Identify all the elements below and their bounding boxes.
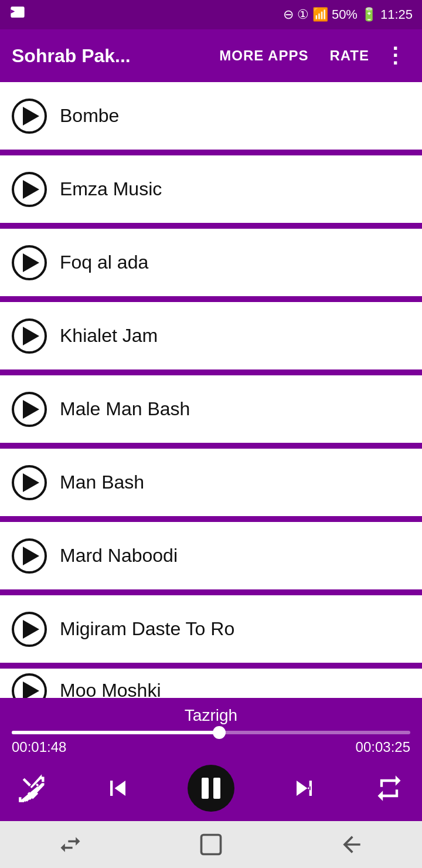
previous-button[interactable]	[103, 773, 133, 803]
status-bar: ⊖ ① 📶 50% 🔋 11:25	[0, 0, 422, 29]
song-title-5: Male Man Bash	[60, 398, 190, 420]
song-title-6: Man Bash	[60, 472, 144, 493]
play-button-4[interactable]	[12, 318, 47, 354]
play-triangle-icon	[23, 107, 39, 126]
song-title-1: Bombe	[60, 105, 119, 127]
divider	[0, 369, 422, 375]
song-list: Bombe Emza Music Foq al ada Khialet Jam …	[0, 82, 422, 713]
time-row: 00:01:48 00:03:25	[12, 739, 410, 755]
divider	[0, 589, 422, 595]
app-bar: Sohrab Pak... MORE APPS RATE ⋮	[0, 29, 422, 82]
divider	[0, 223, 422, 229]
divider	[0, 150, 422, 155]
svg-rect-2	[202, 835, 221, 855]
app-title: Sohrab Pak...	[12, 45, 209, 67]
list-item[interactable]: Khialet Jam	[0, 302, 422, 369]
list-item[interactable]: Emza Music	[0, 155, 422, 223]
song-title-4: Khialet Jam	[60, 325, 158, 347]
rate-button[interactable]: RATE	[319, 48, 380, 64]
divider	[0, 516, 422, 522]
play-triangle-icon	[23, 681, 39, 700]
play-button-6[interactable]	[12, 465, 47, 500]
nav-back-button[interactable]	[339, 832, 365, 857]
play-button-5[interactable]	[12, 392, 47, 427]
list-item[interactable]: Migiram Daste To Ro	[0, 595, 422, 663]
song-title-8: Migiram Daste To Ro	[60, 618, 234, 640]
divider	[0, 443, 422, 449]
pause-icon	[202, 778, 220, 799]
play-button-7[interactable]	[12, 538, 47, 574]
list-item[interactable]: Mard Naboodi	[0, 522, 422, 589]
song-title-3: Foq al ada	[60, 252, 148, 273]
list-item[interactable]: Bombe	[0, 82, 422, 150]
player-bar: Tazrigh 00:01:48 00:03:25	[0, 698, 422, 821]
shuffle-button[interactable]	[18, 773, 48, 803]
play-button-1[interactable]	[12, 99, 47, 134]
current-time: 00:01:48	[12, 739, 66, 755]
play-triangle-icon	[23, 620, 39, 639]
divider	[0, 296, 422, 302]
list-item[interactable]: Foq al ada	[0, 229, 422, 296]
status-icons: ⊖ ① 📶 50% 🔋 11:25	[283, 7, 413, 22]
play-triangle-icon	[23, 180, 39, 199]
song-title-2: Emza Music	[60, 178, 162, 200]
list-item[interactable]: Male Man Bash	[0, 375, 422, 443]
song-title-7: Mard Naboodi	[60, 545, 178, 567]
play-triangle-icon	[23, 327, 39, 345]
play-button-3[interactable]	[12, 245, 47, 280]
pause-bar-right	[213, 778, 220, 799]
list-item[interactable]: Man Bash	[0, 449, 422, 516]
play-triangle-icon	[23, 473, 39, 492]
clock: 11:25	[380, 7, 413, 22]
progress-bar[interactable]	[12, 731, 410, 734]
next-button[interactable]	[289, 773, 319, 803]
nav-home-button[interactable]	[198, 832, 224, 857]
controls-row	[12, 765, 410, 812]
notification-count: ①	[297, 7, 309, 22]
progress-fill	[12, 731, 219, 734]
overflow-menu-button[interactable]: ⋮	[380, 43, 410, 68]
signal-icon: 📶	[312, 7, 328, 22]
dnd-icon: ⊖	[283, 7, 294, 22]
status-bar-icon	[9, 5, 26, 24]
now-playing-title: Tazrigh	[12, 706, 410, 725]
battery-label: 50%	[332, 7, 358, 22]
battery-icon: 🔋	[361, 7, 377, 22]
divider	[0, 663, 422, 669]
play-triangle-icon	[23, 253, 39, 272]
pause-bar-left	[202, 778, 209, 799]
play-button-8[interactable]	[12, 612, 47, 647]
play-triangle-icon	[23, 400, 39, 419]
repeat-button[interactable]	[374, 773, 404, 803]
progress-thumb[interactable]	[213, 726, 226, 739]
play-button-2[interactable]	[12, 172, 47, 207]
total-time: 00:03:25	[356, 739, 410, 755]
play-triangle-icon	[23, 547, 39, 565]
nav-back-forward-button[interactable]	[57, 832, 83, 857]
more-apps-button[interactable]: MORE APPS	[209, 48, 319, 64]
pause-button[interactable]	[188, 765, 234, 812]
bottom-nav	[0, 821, 422, 868]
